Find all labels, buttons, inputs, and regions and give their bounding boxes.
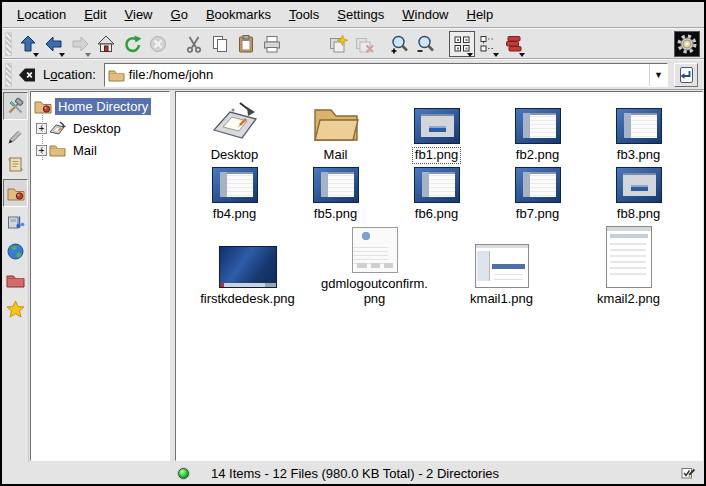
icon-view-icon [452, 34, 472, 54]
toggle-view-checkbox-icon[interactable] [681, 465, 696, 480]
file-thumbnail [475, 244, 529, 288]
menu-item[interactable]: Help [458, 2, 503, 27]
zoom-in-button[interactable] [387, 31, 413, 57]
file-label: fb4.png [210, 206, 259, 223]
menu-item[interactable]: Bookmarks [197, 2, 280, 27]
history-scroll-icon [6, 155, 25, 174]
file-item[interactable]: gdmlogoutconfirm.png [311, 227, 438, 311]
sidebar-tabstrip [2, 90, 29, 462]
file-thumbnail [515, 108, 561, 144]
shrink-icon-size-icon [354, 34, 374, 54]
file-thumbnail [313, 167, 359, 203]
sidebar-tab-home-directory[interactable] [3, 179, 28, 207]
copy-icon [210, 34, 230, 54]
tree-item-label: Mail [70, 142, 100, 159]
file-item[interactable]: fb5.png [285, 167, 386, 226]
file-item[interactable]: fb4.png [184, 167, 285, 226]
menu-item[interactable]: View [116, 2, 162, 27]
copy-button[interactable] [207, 31, 233, 57]
clear-location-button[interactable] [15, 63, 39, 87]
toolbar-drag-handle[interactable] [5, 32, 12, 56]
pen-icon [6, 126, 25, 145]
zoom-in-icon [390, 34, 410, 54]
file-label: fb7.png [513, 206, 562, 223]
cut-button[interactable] [181, 31, 207, 57]
detail-view-button[interactable] [501, 31, 527, 57]
folder-icon [108, 68, 125, 82]
file-thumbnail [515, 167, 561, 203]
paste-button[interactable] [233, 31, 259, 57]
tree-item-icon [49, 120, 67, 136]
print-button[interactable] [259, 31, 285, 57]
home-icon [96, 34, 116, 54]
main-toolbar [2, 28, 704, 59]
file-item[interactable]: fb2.png [487, 108, 588, 167]
file-thumbnail [606, 226, 652, 288]
reload-icon [122, 34, 142, 54]
tree-item[interactable]: + Desktop [31, 117, 169, 139]
konqueror-window: LocationEditViewGoBookmarksToolsSettings… [0, 0, 706, 486]
file-item[interactable]: Desktop [184, 98, 285, 167]
kde-gear-throbber [674, 31, 700, 57]
file-item[interactable]: firstkdedesk.png [184, 246, 311, 311]
sidebar-tab-root-directory[interactable] [3, 266, 28, 294]
file-label: fb8.png [614, 206, 663, 223]
file-item[interactable]: kmail2.png [565, 226, 692, 311]
file-row: Desktop Mail fb1.png fb2.png fb3.png [184, 98, 702, 167]
home-button[interactable] [93, 31, 119, 57]
tree-item-icon [49, 142, 67, 158]
file-label: kmail2.png [594, 291, 663, 308]
location-combobox[interactable]: file:/home/john ▼ [104, 63, 668, 87]
locationbar-drag-handle[interactable] [5, 63, 12, 87]
menu-item[interactable]: Location [8, 2, 75, 27]
sidebar-tab-pen[interactable] [3, 121, 28, 149]
detail-view-icon [504, 34, 524, 54]
file-thumbnail [616, 167, 662, 203]
back-button[interactable] [41, 31, 67, 57]
menu-item[interactable]: Edit [75, 2, 115, 27]
location-input[interactable]: file:/home/john [129, 67, 649, 82]
sidebar-tab-services[interactable] [3, 208, 28, 236]
file-item[interactable]: Mail [285, 102, 386, 167]
reload-button[interactable] [119, 31, 145, 57]
shrink-icon-size-button[interactable] [351, 31, 377, 57]
forward-button[interactable] [67, 31, 93, 57]
sidebar-tab-network[interactable] [3, 237, 28, 265]
file-label: Mail [321, 147, 351, 164]
file-item[interactable]: fb8.png [588, 167, 689, 226]
file-icon-view[interactable]: Desktop Mail fb1.png fb2.png fb3.png fb4… [175, 91, 703, 461]
file-item[interactable]: kmail1.png [438, 244, 565, 311]
file-thumbnail [210, 98, 260, 144]
up-button[interactable] [15, 31, 41, 57]
tree-view-button[interactable] [475, 31, 501, 57]
stop-button[interactable] [145, 31, 171, 57]
sidebar-tab-bookmarks[interactable] [3, 295, 28, 323]
go-button[interactable] [674, 63, 698, 87]
zoom-out-button[interactable] [413, 31, 439, 57]
icon-view-button[interactable] [449, 31, 475, 57]
combo-dropdown-arrow[interactable]: ▼ [649, 64, 667, 86]
file-label: kmail1.png [467, 291, 536, 308]
menu-item[interactable]: Window [393, 2, 457, 27]
menu-item[interactable]: Tools [280, 2, 328, 27]
tree-view-icon [478, 34, 498, 54]
folder-tree-panel: Home Directory + Desktop + Mail [30, 91, 170, 461]
file-item[interactable]: fb1.png [386, 108, 487, 167]
file-label: fb3.png [614, 147, 663, 164]
file-row: fb4.png fb5.png fb6.png fb7.png fb8.png [184, 167, 702, 226]
enlarge-icon-size-button[interactable] [325, 31, 351, 57]
clear-location-icon [17, 65, 37, 85]
sidebar-tab-history[interactable] [3, 150, 28, 178]
sidebar-tab-configure[interactable] [3, 92, 28, 120]
file-item[interactable]: fb7.png [487, 167, 588, 226]
file-label: firstkdedesk.png [197, 291, 298, 308]
tree-item[interactable]: Home Directory [31, 95, 169, 117]
menu-item[interactable]: Settings [328, 2, 393, 27]
cut-icon [184, 34, 204, 54]
file-item[interactable]: fb6.png [386, 167, 487, 226]
tree-item[interactable]: + Mail [31, 139, 169, 161]
menu-item[interactable]: Go [162, 2, 197, 27]
file-label: fb1.png [412, 147, 461, 164]
services-icon [6, 213, 25, 232]
file-item[interactable]: fb3.png [588, 108, 689, 167]
